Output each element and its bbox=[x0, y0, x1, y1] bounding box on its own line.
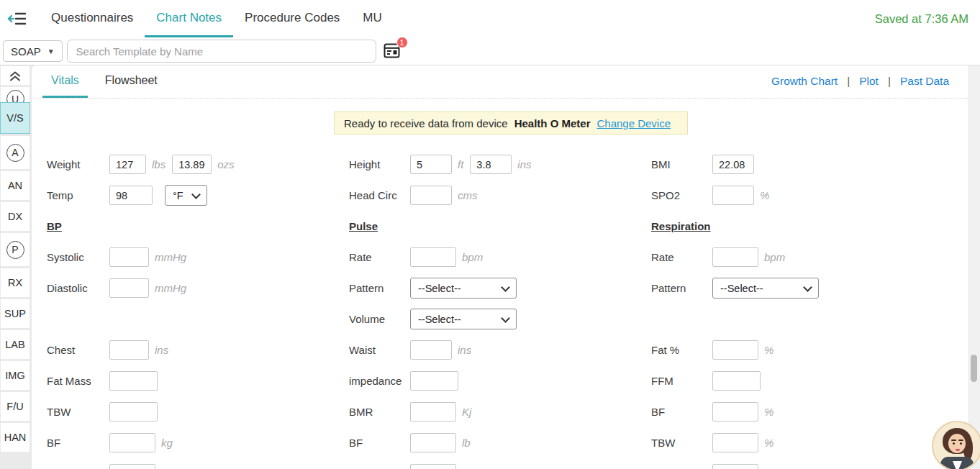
pulse-rate-input[interactable] bbox=[410, 247, 456, 267]
collapse-menu-button[interactable] bbox=[6, 8, 28, 29]
sidebar-item-han[interactable]: HAN bbox=[1, 423, 30, 452]
impedance-input[interactable] bbox=[410, 371, 458, 391]
nav-chart-notes[interactable]: Chart Notes bbox=[145, 0, 233, 37]
avatar-brow bbox=[951, 440, 956, 441]
unit-label: ft bbox=[458, 158, 463, 170]
mm-lb-input[interactable] bbox=[712, 464, 758, 469]
sidebar-item-label: AN bbox=[8, 180, 22, 191]
weight-ozs-input[interactable] bbox=[172, 155, 212, 174]
spo2-input[interactable] bbox=[712, 186, 754, 205]
past-data-link[interactable]: Past Data bbox=[900, 75, 949, 88]
sidebar-scroll-up-button[interactable] bbox=[1, 66, 30, 85]
sidebar-item-rx[interactable]: RX bbox=[1, 268, 30, 297]
soap-dropdown[interactable]: SOAP ▼ bbox=[3, 40, 63, 62]
temp-input[interactable] bbox=[109, 186, 153, 205]
sidebar-item-fu[interactable]: F/U bbox=[1, 392, 30, 421]
fat-pct-row: Fat % % bbox=[651, 334, 819, 365]
sidebar-item-plan[interactable]: P bbox=[1, 233, 30, 266]
tab-flowsheet[interactable]: Flowsheet bbox=[96, 65, 166, 98]
scrollbar-thumb[interactable] bbox=[971, 355, 977, 382]
sidebar-item-img[interactable]: IMG bbox=[1, 361, 30, 390]
field-label: BMR bbox=[349, 406, 410, 418]
bmr-input[interactable] bbox=[410, 402, 456, 422]
sidebar-item-an[interactable]: AN bbox=[1, 171, 30, 200]
device-name: Health O Meter bbox=[514, 117, 591, 129]
systolic-input[interactable] bbox=[109, 247, 149, 267]
template-notifications-button[interactable]: 1 bbox=[384, 43, 401, 59]
plot-link[interactable]: Plot bbox=[859, 75, 879, 88]
bf-kg-input[interactable] bbox=[109, 433, 155, 452]
sidebar-item-allergies[interactable]: A bbox=[1, 136, 30, 169]
tbw-lb-input[interactable] bbox=[109, 464, 155, 469]
nav-questionnaires[interactable]: Questionnaires bbox=[40, 0, 145, 37]
temp-unit-select[interactable]: °F bbox=[165, 185, 207, 206]
assistant-avatar[interactable] bbox=[932, 421, 980, 469]
sidebar-item-lab[interactable]: LAB bbox=[1, 330, 30, 359]
respiration-section-row: Respiration bbox=[651, 211, 819, 242]
sidebar-item-label: DX bbox=[8, 211, 22, 222]
tbw-pct-input[interactable] bbox=[712, 433, 758, 452]
spacer-row bbox=[47, 304, 349, 334]
pulse-section-header: Pulse bbox=[349, 220, 378, 232]
chest-input[interactable] bbox=[109, 340, 149, 360]
change-device-link[interactable]: Change Device bbox=[596, 117, 671, 129]
field-label: SPO2 bbox=[651, 189, 712, 201]
soap-dropdown-label: SOAP bbox=[11, 45, 41, 58]
device-banner-message: Ready to receive data from device bbox=[344, 117, 508, 129]
tbw-input[interactable] bbox=[109, 402, 158, 422]
field-label: Systolic bbox=[47, 251, 109, 263]
temp-row: Temp °F bbox=[47, 180, 349, 211]
weight-lbs-input[interactable] bbox=[109, 155, 146, 174]
field-label: BMI bbox=[651, 158, 712, 170]
growth-chart-link[interactable]: Growth Chart bbox=[771, 75, 838, 88]
bf-lb-input[interactable] bbox=[410, 433, 456, 452]
pulse-pattern-select[interactable]: --Select-- bbox=[410, 278, 517, 299]
pulse-volume-select[interactable]: --Select-- bbox=[410, 309, 517, 329]
waist-input[interactable] bbox=[410, 340, 452, 360]
vertical-scrollbar[interactable] bbox=[968, 65, 980, 469]
avatar-brow bbox=[958, 440, 963, 441]
resp-pattern-select[interactable]: --Select-- bbox=[712, 278, 819, 299]
sidebar-item-label: LAB bbox=[5, 339, 24, 350]
field-label: BF bbox=[47, 437, 109, 449]
tab-vitals[interactable]: Vitals bbox=[42, 65, 88, 98]
field-label: BF bbox=[349, 437, 410, 449]
head-circ-input[interactable] bbox=[410, 186, 452, 205]
height-row: Height ft ins bbox=[349, 149, 651, 180]
pulse-section-row: Pulse bbox=[349, 211, 651, 242]
search-template-input[interactable] bbox=[67, 40, 376, 63]
field-label: Volume bbox=[349, 313, 410, 325]
height-ft-input[interactable] bbox=[410, 155, 452, 174]
vitals-column-2: Height ft ins Head Circ cms Pulse Rate b… bbox=[349, 149, 651, 469]
resp-rate-input[interactable] bbox=[712, 247, 758, 267]
link-separator: | bbox=[847, 75, 850, 88]
temp-unit-value: °F bbox=[173, 190, 183, 201]
bmr-row: BMR Kj bbox=[349, 396, 651, 427]
sidebar-item-dx[interactable]: DX bbox=[1, 202, 30, 231]
sidebar-item-label: RX bbox=[8, 277, 22, 288]
pulse-volume-row: Volume --Select-- bbox=[349, 304, 651, 334]
bf-pct-input[interactable] bbox=[712, 402, 758, 422]
sidebar-item-vitals[interactable]: V/S bbox=[0, 102, 30, 134]
nav-procedure-codes[interactable]: Procedure Codes bbox=[233, 0, 351, 37]
avatar-eye bbox=[960, 442, 962, 445]
diastolic-input[interactable] bbox=[109, 278, 149, 298]
field-label: Chest bbox=[47, 344, 109, 356]
collapse-menu-icon bbox=[8, 11, 27, 27]
sidebar-item-sup[interactable]: SUP bbox=[1, 299, 30, 328]
unit-label: Kj bbox=[462, 406, 471, 418]
device-status-banner: Ready to receive data from device Health… bbox=[334, 111, 688, 135]
sidebar-item-label: SUP bbox=[4, 308, 26, 319]
bmi-input[interactable] bbox=[712, 155, 754, 174]
avatar-eye bbox=[953, 442, 955, 445]
height-ins-input[interactable] bbox=[470, 155, 512, 174]
spacer-row bbox=[651, 304, 819, 334]
ffm-input[interactable] bbox=[712, 371, 761, 391]
field-label: Pattern bbox=[349, 282, 410, 294]
circled-letter-icon: P bbox=[6, 241, 24, 259]
fat-mass-input[interactable] bbox=[109, 371, 158, 391]
fat-pct-input[interactable] bbox=[712, 340, 758, 360]
tbw-kg-input[interactable] bbox=[410, 464, 456, 469]
bf-kg-row: BF kg bbox=[47, 427, 349, 458]
nav-mu[interactable]: MU bbox=[351, 0, 393, 37]
